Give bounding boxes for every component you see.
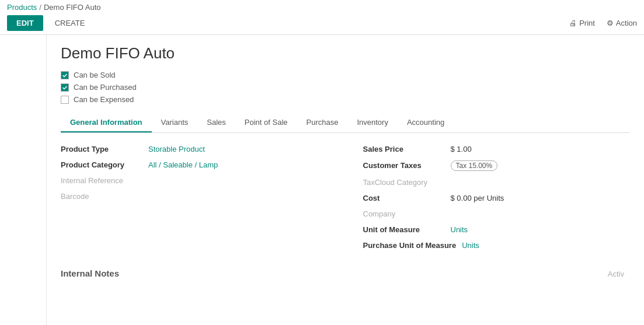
body-area: Demo FIFO Auto Can be Sold Can be Purcha… bbox=[0, 35, 644, 325]
form-left: Product Type Storable Product Product Ca… bbox=[61, 145, 328, 257]
print-button[interactable]: 🖨 Print bbox=[569, 19, 595, 27]
can-be-expensed-checkbox[interactable] bbox=[61, 96, 69, 104]
action-button[interactable]: ⚙ Action bbox=[607, 19, 637, 27]
activity-label[interactable]: Activ bbox=[608, 270, 624, 278]
form-right: Sales Price $ 1.00 Customer Taxes Tax 15… bbox=[363, 145, 631, 257]
field-taxcloud-category: TaxCloud Category bbox=[363, 178, 631, 187]
field-company: Company bbox=[363, 209, 631, 218]
field-internal-reference: Internal Reference bbox=[61, 176, 328, 185]
main-content: Demo FIFO Auto Can be Sold Can be Purcha… bbox=[47, 35, 644, 325]
can-be-purchased-checkbox[interactable] bbox=[61, 83, 69, 92]
breadcrumb-separator: / bbox=[39, 3, 41, 12]
purchase-unit-label: Purchase Unit of Measure bbox=[363, 241, 457, 250]
tabs: General Information Variants Sales Point… bbox=[61, 113, 630, 133]
field-purchase-unit-of-measure: Purchase Unit of Measure Units bbox=[363, 241, 631, 250]
tab-general-information[interactable]: General Information bbox=[61, 113, 152, 132]
print-icon: 🖨 bbox=[569, 19, 577, 27]
page-wrapper: Products / Demo FIFO Auto EDIT CREATE 🖨 … bbox=[0, 0, 644, 325]
action-bar: EDIT CREATE 🖨 Print ⚙ Action bbox=[0, 12, 644, 34]
tab-point-of-sale[interactable]: Point of Sale bbox=[235, 113, 297, 132]
purchase-unit-value[interactable]: Units bbox=[462, 241, 479, 250]
bottom-section: Internal Notes Activ bbox=[61, 268, 630, 283]
cost-value: $ 0.00 per Units bbox=[451, 194, 504, 202]
gear-icon: ⚙ bbox=[607, 19, 614, 27]
action-label: Action bbox=[616, 19, 637, 27]
product-type-value: Storable Product bbox=[148, 145, 205, 153]
breadcrumb-parent-link[interactable]: Products bbox=[7, 3, 37, 12]
toolbar-right: 🖨 Print ⚙ Action bbox=[569, 19, 637, 27]
tab-variants[interactable]: Variants bbox=[152, 113, 198, 132]
tab-inventory[interactable]: Inventory bbox=[347, 113, 397, 132]
sales-price-label: Sales Price bbox=[363, 145, 445, 153]
product-category-label: Product Category bbox=[61, 160, 142, 169]
create-button[interactable]: CREATE bbox=[48, 15, 92, 31]
tab-sales[interactable]: Sales bbox=[197, 113, 235, 132]
tab-accounting[interactable]: Accounting bbox=[398, 113, 454, 132]
checkbox-can-be-expensed: Can be Expensed bbox=[61, 95, 630, 104]
field-barcode: Barcode bbox=[61, 192, 328, 201]
top-header: Products / Demo FIFO Auto EDIT CREATE 🖨 … bbox=[0, 0, 644, 35]
product-category-value[interactable]: All / Saleable / Lamp bbox=[148, 160, 218, 169]
print-label: Print bbox=[579, 19, 595, 27]
tab-purchase[interactable]: Purchase bbox=[297, 113, 348, 132]
unit-of-measure-label: Unit of Measure bbox=[363, 225, 445, 234]
company-label: Company bbox=[363, 209, 445, 218]
unit-of-measure-value[interactable]: Units bbox=[451, 225, 468, 234]
field-product-category: Product Category All / Saleable / Lamp bbox=[61, 160, 328, 169]
general-info-section: Product Type Storable Product Product Ca… bbox=[61, 133, 630, 268]
field-product-type: Product Type Storable Product bbox=[61, 145, 328, 153]
taxcloud-category-label: TaxCloud Category bbox=[363, 178, 445, 187]
product-category-saleable[interactable]: Saleable bbox=[163, 160, 193, 169]
product-type-label: Product Type bbox=[61, 145, 142, 153]
cost-label: Cost bbox=[363, 194, 445, 202]
internal-notes-title: Internal Notes bbox=[61, 268, 119, 278]
can-be-expensed-label: Can be Expensed bbox=[74, 95, 134, 104]
breadcrumb: Products / Demo FIFO Auto bbox=[0, 0, 644, 12]
checkbox-can-be-sold: Can be Sold bbox=[61, 71, 630, 79]
checkbox-can-be-purchased: Can be Purchased bbox=[61, 83, 630, 92]
field-cost: Cost $ 0.00 per Units bbox=[363, 194, 631, 202]
product-title: Demo FIFO Auto bbox=[61, 44, 630, 62]
can-be-sold-checkbox[interactable] bbox=[61, 71, 69, 79]
internal-reference-label: Internal Reference bbox=[61, 176, 142, 185]
customer-taxes-label: Customer Taxes bbox=[363, 161, 445, 170]
can-be-sold-label: Can be Sold bbox=[74, 71, 116, 79]
product-category-lamp[interactable]: Lamp bbox=[199, 160, 218, 169]
left-sidebar bbox=[0, 35, 47, 325]
breadcrumb-current: Demo FIFO Auto bbox=[44, 3, 101, 12]
customer-taxes-badge[interactable]: Tax 15.00% bbox=[451, 160, 498, 171]
checkboxes-section: Can be Sold Can be Purchased Can be Expe… bbox=[61, 71, 630, 104]
field-sales-price: Sales Price $ 1.00 bbox=[363, 145, 631, 153]
field-customer-taxes: Customer Taxes Tax 15.00% bbox=[363, 160, 631, 171]
can-be-purchased-label: Can be Purchased bbox=[74, 83, 137, 92]
edit-button[interactable]: EDIT bbox=[7, 15, 43, 31]
field-unit-of-measure: Unit of Measure Units bbox=[363, 225, 631, 234]
barcode-label: Barcode bbox=[61, 192, 142, 201]
sales-price-value: $ 1.00 bbox=[451, 145, 472, 153]
